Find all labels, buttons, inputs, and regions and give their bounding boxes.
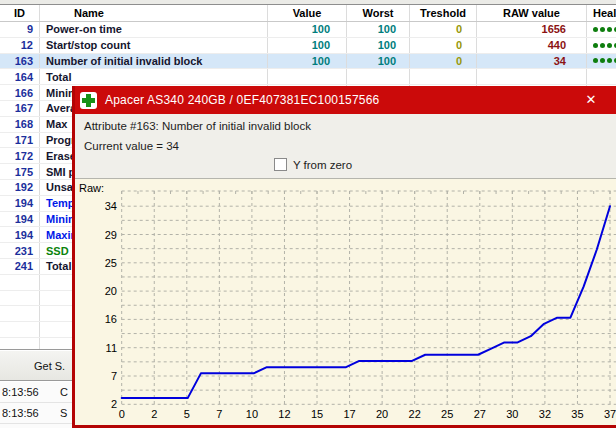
health-dot-icon <box>607 58 612 63</box>
header-raw-value[interactable]: RAW value <box>477 5 587 21</box>
svg-text:17: 17 <box>343 408 355 420</box>
svg-text:20: 20 <box>105 285 117 297</box>
health-dot-icon <box>593 43 598 48</box>
log-message: C <box>60 386 68 398</box>
svg-text:25: 25 <box>441 408 453 420</box>
table-row[interactable]: 164Total <box>0 69 616 85</box>
svg-text:34: 34 <box>105 200 117 212</box>
svg-text:35: 35 <box>571 408 583 420</box>
line-chart-canvas: 2711162025293402571012151720222527303235… <box>75 179 616 425</box>
health-dots <box>587 22 616 37</box>
health-cross-icon <box>80 92 97 109</box>
health-dots <box>587 38 616 53</box>
header-worst[interactable]: Worst <box>347 5 410 21</box>
header-value[interactable]: Value <box>268 5 347 21</box>
svg-text:7: 7 <box>216 408 222 420</box>
svg-text:16: 16 <box>105 313 117 325</box>
table-row[interactable]: 163Number of initial invalid block100100… <box>0 54 616 70</box>
attribute-graph-dialog: Apacer AS340 240GB / 0EF407381EC10015756… <box>72 86 616 428</box>
health-dot-icon <box>600 43 605 48</box>
health-dot-icon <box>600 58 605 63</box>
health-dots <box>587 54 616 69</box>
dialog-title: Apacer AS340 240GB / 0EF407381EC10015756… <box>105 93 379 107</box>
app-window: ID Name Value Worst Treshold RAW value H… <box>0 0 616 428</box>
header-health[interactable]: Health <box>587 5 616 21</box>
health-dot-icon <box>607 27 612 32</box>
current-value-label: Current value = 34 <box>84 140 179 152</box>
svg-text:2: 2 <box>151 408 157 420</box>
table-header-row: ID Name Value Worst Treshold RAW value H… <box>0 5 616 22</box>
health-dots <box>587 69 616 84</box>
log-timestamp: 8:13:56 <box>2 407 60 419</box>
health-dot-icon <box>600 27 605 32</box>
table-row[interactable]: 12Start/stop count1001000440 <box>0 38 616 54</box>
svg-text:15: 15 <box>311 408 323 420</box>
y-from-zero-row: Y from zero <box>75 158 551 171</box>
dialog-info-section: Attribute #163: Number of initial invali… <box>75 114 616 178</box>
svg-text:5: 5 <box>184 408 190 420</box>
table-row[interactable]: 9Power-on time10010001656 <box>0 22 616 38</box>
svg-text:29: 29 <box>105 229 117 241</box>
log-message: S <box>60 407 67 419</box>
svg-text:11: 11 <box>106 342 117 354</box>
raw-value-chart: Raw: 27111620252934025710121517202225273… <box>75 178 616 425</box>
health-dot-icon <box>607 43 612 48</box>
svg-text:0: 0 <box>119 408 125 420</box>
header-treshold[interactable]: Treshold <box>410 5 477 21</box>
svg-text:12: 12 <box>278 408 290 420</box>
svg-text:7: 7 <box>111 370 117 382</box>
svg-text:20: 20 <box>376 408 388 420</box>
close-icon[interactable]: ✕ <box>583 90 599 108</box>
get-smart-button[interactable]: Get S. <box>34 360 65 372</box>
svg-text:27: 27 <box>474 408 486 420</box>
attribute-label: Attribute #163: Number of initial invali… <box>84 120 311 132</box>
svg-text:30: 30 <box>506 408 518 420</box>
svg-text:32: 32 <box>539 408 551 420</box>
svg-text:37: 37 <box>604 408 616 420</box>
raw-axis-label: Raw: <box>79 182 104 194</box>
svg-text:2: 2 <box>111 398 117 410</box>
y-from-zero-label: Y from zero <box>293 159 352 171</box>
dialog-titlebar[interactable]: Apacer AS340 240GB / 0EF407381EC10015756… <box>75 86 616 114</box>
svg-text:25: 25 <box>105 257 117 269</box>
log-timestamp: 8:13:56 <box>2 386 60 398</box>
y-from-zero-checkbox[interactable] <box>274 158 287 171</box>
health-dot-icon <box>593 58 598 63</box>
header-id[interactable]: ID <box>0 5 40 21</box>
svg-text:10: 10 <box>246 408 258 420</box>
svg-text:22: 22 <box>409 408 421 420</box>
header-name[interactable]: Name <box>40 5 268 21</box>
health-dot-icon <box>593 27 598 32</box>
